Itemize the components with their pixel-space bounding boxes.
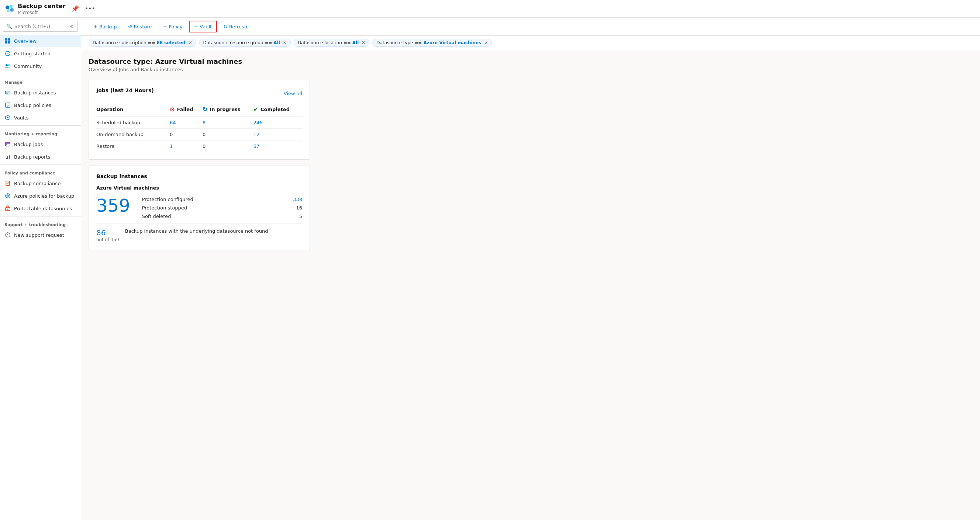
filter-location-value: All	[352, 40, 359, 45]
filter-type-close[interactable]: ✕	[484, 40, 488, 45]
svg-point-11	[8, 64, 10, 67]
completed-cell[interactable]: 12	[253, 129, 302, 141]
jobs-card: Jobs (last 24 Hours) View all Operation …	[89, 80, 310, 160]
in-progress-cell[interactable]: 8	[202, 117, 253, 129]
collapse-icon[interactable]: «	[68, 22, 75, 30]
filter-resource-group-close[interactable]: ✕	[283, 40, 287, 45]
policy-label: Policy	[169, 24, 182, 30]
topbar: Backup center Microsoft 📌 •••	[0, 0, 980, 18]
sidebar-item-new-support-request[interactable]: New support request	[0, 229, 81, 241]
completed-value[interactable]: 246	[253, 120, 263, 125]
sidebar-item-community[interactable]: Community	[0, 60, 81, 72]
sidebar-item-backup-instances[interactable]: Backup instances	[0, 86, 81, 99]
backup-detail-value[interactable]: 338	[291, 197, 302, 202]
backup-compliance-icon	[5, 180, 11, 187]
failed-value[interactable]: 1	[170, 143, 173, 149]
orphan-section: 86 out of 359 Backup instances with the …	[96, 224, 302, 242]
svg-rect-24	[7, 156, 8, 159]
sidebar-item-backup-policies-label: Backup policies	[14, 103, 51, 108]
sidebar-item-getting-started[interactable]: Getting started	[0, 47, 81, 60]
failed-cell[interactable]: 1	[170, 141, 202, 152]
failed-cell[interactable]: 64	[170, 117, 202, 129]
sidebar-item-backup-policies[interactable]: Backup policies	[0, 99, 81, 111]
filter-resource-group[interactable]: Datasource resource group == All ✕	[199, 39, 291, 47]
orphan-num[interactable]: 86	[96, 228, 119, 237]
failed-value[interactable]: 64	[170, 120, 176, 125]
backup-jobs-icon	[5, 141, 11, 147]
filter-resource-group-value: All	[274, 40, 280, 45]
backup-detail-row: Soft deleted5	[142, 214, 302, 219]
svg-point-3	[6, 9, 10, 12]
backup-plus-icon: +	[93, 24, 98, 30]
filter-subscription-close[interactable]: ✕	[188, 40, 192, 45]
in-progress-status-icon: ↻	[202, 106, 207, 113]
filter-type[interactable]: Datasource type == Azure Virtual machine…	[372, 39, 492, 47]
view-all-link[interactable]: View all	[284, 91, 302, 96]
completed-status-icon: ✔	[253, 106, 258, 113]
col-failed: ⊗ Failed	[170, 104, 202, 117]
backup-detail-value: 5	[291, 214, 302, 219]
backup-detail-row: Protection configured338	[142, 197, 302, 202]
refresh-icon: ↻	[223, 24, 228, 30]
search-input[interactable]	[14, 24, 66, 29]
restore-icon: ↺	[128, 24, 132, 30]
completed-value[interactable]: 57	[253, 143, 260, 149]
filter-type-value: Azure Virtual machines	[423, 40, 481, 45]
manage-section-label: Manage	[0, 76, 81, 86]
completed-cell[interactable]: 57	[253, 141, 302, 152]
backup-total-count[interactable]: 359	[96, 197, 130, 214]
failed-cell: 0	[170, 129, 202, 141]
in-progress-value[interactable]: 8	[202, 120, 205, 125]
backup-detail-row: Protection stopped16	[142, 205, 302, 211]
vault-button[interactable]: + Vault	[189, 21, 217, 32]
filter-location-close[interactable]: ✕	[361, 40, 365, 45]
completed-cell[interactable]: 246	[253, 117, 302, 129]
vault-plus-icon: +	[194, 24, 199, 30]
backup-button[interactable]: + Backup	[89, 21, 121, 32]
operation-cell: Restore	[96, 141, 170, 152]
jobs-card-title: Jobs (last 24 Hours)	[96, 87, 154, 93]
completed-value[interactable]: 12	[253, 132, 260, 137]
failed-status-icon: ⊗	[170, 106, 175, 113]
orphan-sub: out of 359	[96, 237, 119, 242]
filter-resource-group-label: Datasource resource group ==	[203, 40, 272, 45]
backup-summary: 359 Protection configured338Protection s…	[96, 197, 302, 219]
backup-instances-card: Backup instances Azure Virtual machines …	[89, 166, 310, 250]
sidebar-item-azure-policies[interactable]: Azure policies for backup	[0, 190, 81, 202]
restore-label: Restore	[134, 24, 152, 30]
sidebar-item-backup-jobs[interactable]: Backup jobs	[0, 138, 81, 151]
sidebar-item-protectable-datasources-label: Protectable datasources	[14, 206, 72, 211]
sidebar-item-backup-reports[interactable]: Backup reports	[0, 151, 81, 163]
sidebar-item-vaults[interactable]: Vaults	[0, 111, 81, 124]
filter-subscription[interactable]: Datasource subscription == 66 selected ✕	[89, 39, 196, 47]
svg-rect-7	[8, 41, 10, 43]
sidebar-item-protectable-datasources[interactable]: Protectable datasources	[0, 202, 81, 215]
svg-point-19	[7, 117, 8, 118]
sidebar-item-backup-reports-label: Backup reports	[14, 154, 50, 160]
policy-button[interactable]: + Policy	[158, 21, 187, 32]
vaults-icon	[5, 114, 11, 121]
svg-point-10	[6, 64, 8, 67]
col-completed-label: Completed	[261, 106, 290, 112]
more-button[interactable]: •••	[83, 4, 97, 14]
filter-subscription-label: Datasource subscription ==	[92, 40, 155, 45]
policy-section-label: Policy and compliance	[0, 166, 81, 177]
table-row: On-demand backup0012	[96, 129, 302, 141]
refresh-button[interactable]: ↻ Refresh	[218, 21, 252, 32]
svg-rect-23	[6, 158, 6, 159]
sidebar-item-backup-instances-label: Backup instances	[14, 90, 56, 95]
restore-button[interactable]: ↺ Restore	[123, 21, 156, 32]
app-title-group: Backup center Microsoft	[18, 3, 66, 15]
sidebar-item-backup-compliance[interactable]: Backup compliance	[0, 177, 81, 190]
sidebar-item-azure-policies-label: Azure policies for backup	[14, 193, 74, 199]
app-title: Backup center	[18, 3, 66, 10]
sidebar-item-overview[interactable]: Overview	[0, 35, 81, 47]
pin-button[interactable]: 📌	[70, 4, 80, 14]
svg-rect-13	[6, 92, 9, 93]
backup-detail-label: Protection stopped	[142, 205, 187, 211]
filter-location[interactable]: Datasource location == All ✕	[294, 39, 369, 47]
monitoring-divider	[0, 125, 81, 126]
search-container[interactable]: 🔍 «	[3, 21, 78, 32]
orphan-desc: Backup instances with the underlying dat…	[125, 228, 268, 234]
svg-rect-6	[5, 41, 7, 43]
